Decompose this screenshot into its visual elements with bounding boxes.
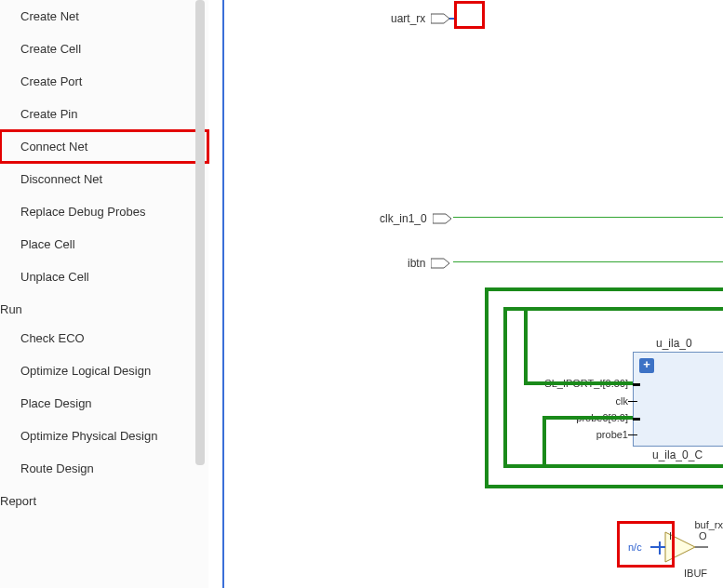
pin-clk: clk [616,395,628,407]
svg-marker-3 [431,259,449,268]
u-ila-0-block[interactable]: + [633,352,723,447]
create-cell-item[interactable]: Create Cell [0,33,208,65]
pin-O-label: O [699,530,707,541]
u-ila-0-title-bottom: u_ila_0_C [652,448,703,461]
disconnect-net-item[interactable]: Disconnect Net [0,163,208,195]
buf-rx-block[interactable]: buf_rx n/c I O IBUF [643,519,717,575]
create-port-item[interactable]: Create Port [0,65,208,98]
unplace-cell-item[interactable]: Unplace Cell [0,261,208,293]
route-design-item[interactable]: Route Design [0,452,208,485]
nc-label: n/c [628,541,642,553]
u-ila-0-title-top: u_ila_0 [656,337,692,350]
input-port-icon [433,212,459,225]
uart-rx-port[interactable]: uart_rx [391,10,457,27]
wire-clk [453,217,723,218]
input-port-icon [431,257,457,270]
optimize-physical-design-item[interactable]: Optimize Physical Design [0,420,208,452]
pin-probe1: probe1 [596,429,628,440]
optimize-logical-design-item[interactable]: Optimize Logical Design [0,354,208,387]
report-section-header: Report [0,485,208,514]
check-eco-item[interactable]: Check ECO [0,322,208,354]
place-cell-item[interactable]: Place Cell [0,228,208,261]
bus-h-top [485,287,723,291]
replace-debug-probes-item[interactable]: Replace Debug Probes [0,195,208,228]
bus-h-bot [485,485,723,488]
bus-to-probe0 [542,416,633,420]
create-net-item[interactable]: Create Net [0,0,208,33]
bus-v4 [542,416,546,468]
expand-block-button[interactable]: + [639,358,654,373]
clk-in1-0-port[interactable]: clk_in1_0 [380,210,459,227]
svg-marker-2 [433,214,451,223]
ibtn-port[interactable]: ibtn [408,255,457,272]
bus-h-top2 [503,307,723,311]
uart-rx-label: uart_rx [391,12,431,25]
input-port-icon [431,12,457,25]
ibtn-label: ibtn [408,257,431,270]
bus-v1 [485,287,489,488]
wire-ibtn [453,261,723,262]
uart-rx-highlight [454,1,485,29]
buf-type-label: IBUF [684,568,707,579]
bus-to-slport [524,381,633,385]
sidebar: Create Net Create Cell Create Port Creat… [0,0,209,588]
connect-net-item[interactable]: Connect Net [0,130,208,163]
schematic-canvas[interactable]: uart_rx clk_in1_0 ibtn [209,0,723,588]
pin-I-label: I [669,530,672,541]
run-section-header: Run [0,293,208,322]
place-design-item[interactable]: Place Design [0,387,208,420]
create-pin-item[interactable]: Create Pin [0,98,208,130]
bus-v2 [503,307,507,464]
sidebar-scrollbar[interactable] [195,0,205,588]
bus-h-bot2 [503,464,723,468]
canvas-divider [222,0,224,588]
clk-in1-0-label: clk_in1_0 [380,212,433,225]
svg-marker-0 [431,14,449,23]
bus-v3 [524,307,528,385]
